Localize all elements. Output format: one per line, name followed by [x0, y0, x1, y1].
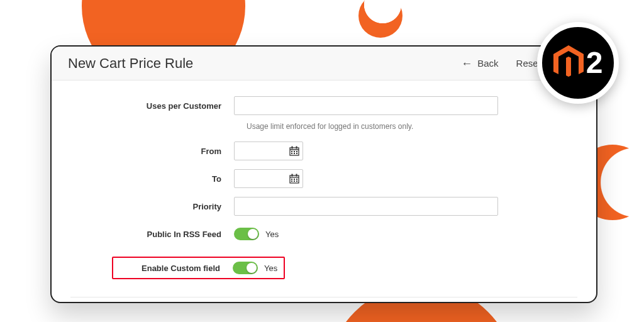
label-to: To: [70, 174, 234, 184]
field-uses-per-customer: Uses per Customer: [70, 92, 577, 119]
badge-text: 2: [586, 48, 603, 78]
label-uses-per-customer: Uses per Customer: [70, 101, 234, 111]
arrow-left-icon: ←: [461, 58, 472, 69]
field-priority: Priority: [70, 192, 577, 220]
field-to: To: [70, 165, 577, 192]
back-button[interactable]: ← Back: [461, 58, 498, 69]
highlight-box: Enable Custom field Yes: [112, 257, 285, 279]
label-enable-custom-field: Enable Custom field: [119, 264, 233, 273]
to-date-input[interactable]: [234, 169, 303, 188]
field-from: From: [70, 137, 577, 165]
field-public-rss: Public In RSS Feed Yes: [70, 220, 577, 248]
enable-custom-field-toggle[interactable]: [233, 262, 258, 274]
form-body: Uses per Customer Usage limit enforced f…: [52, 80, 596, 303]
label-priority: Priority: [70, 202, 234, 211]
admin-panel: New Cart Price Rule ← Back Reset Save Us…: [50, 45, 597, 303]
svg-marker-1: [566, 57, 571, 77]
label-public-rss: Public In RSS Feed: [70, 230, 234, 239]
uses-per-customer-hint: Usage limit enforced for logged in custo…: [247, 122, 577, 131]
public-rss-state: Yes: [265, 230, 279, 239]
magento2-badge: 2: [537, 22, 619, 104]
public-rss-toggle[interactable]: [234, 228, 259, 240]
enable-custom-field-state: Yes: [264, 264, 277, 273]
field-enable-custom-field: Enable Custom field Yes: [70, 254, 577, 282]
priority-input[interactable]: [234, 197, 498, 216]
uses-per-customer-input[interactable]: [234, 96, 498, 115]
label-from: From: [70, 147, 234, 156]
panel-header: New Cart Price Rule ← Back Reset Save: [52, 47, 596, 80]
magento-logo-icon: [553, 45, 584, 80]
bg-shape: [358, 0, 402, 38]
back-label: Back: [477, 58, 498, 69]
page-title: New Cart Price Rule: [68, 55, 443, 72]
from-date-input[interactable]: [234, 142, 303, 160]
section-conditions[interactable]: Conditions: [70, 297, 577, 303]
